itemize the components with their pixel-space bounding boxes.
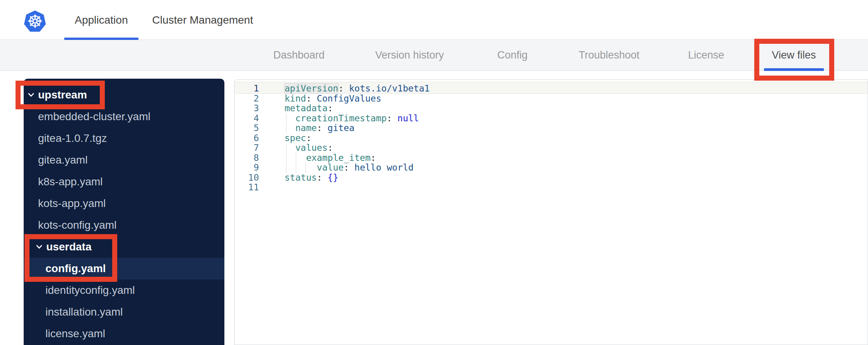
subnav-tab-view-files[interactable]: View files (772, 40, 816, 70)
code-text: name: gitea (285, 123, 354, 133)
line-number: 4 (234, 114, 259, 124)
subnav-tab-dashboard[interactable]: Dashboard (273, 40, 325, 70)
code-line: 10 status: {} (234, 173, 868, 183)
app-subnav: DashboardVersion historyConfigTroublesho… (0, 40, 868, 71)
tree-file-k8s-app-yaml[interactable]: k8s-app.yaml (24, 171, 224, 193)
subnav-tab-label: Troubleshoot (579, 49, 640, 61)
code-text: metadata: (285, 104, 333, 114)
chevron-down-icon (28, 93, 34, 97)
code-line: 9 value: hello world (234, 163, 868, 173)
tab-application[interactable]: Application (75, 0, 128, 40)
subnav-tab-label: Dashboard (273, 49, 325, 61)
app-header: ☸ ApplicationCluster Management (0, 0, 868, 40)
tree-file-kots-config-yaml[interactable]: kots-config.yaml (24, 214, 224, 236)
line-number: 8 (234, 153, 259, 163)
code-line: 11 (234, 183, 868, 193)
tree-file-gitea-1-0-7-tgz[interactable]: gitea-1.0.7.tgz (24, 128, 224, 149)
code-text: value: hello world (285, 163, 413, 173)
code-line: 7 values: (234, 143, 868, 153)
line-number: 10 (234, 173, 259, 183)
line-number: 5 (234, 123, 259, 133)
line-number: 9 (234, 163, 259, 173)
tree-file-embedded-cluster-yaml[interactable]: embedded-cluster.yaml (24, 106, 224, 128)
code-text: kind: ConfigValues (285, 94, 381, 104)
subnav-tab-label: Version history (375, 49, 444, 61)
code-text: spec: (285, 133, 311, 143)
tree-folder-userdata[interactable]: userdata (24, 236, 224, 258)
code-line: 1 apiVersion: kots.io/v1beta1 (234, 84, 868, 94)
code-text: apiVersion: kots.io/v1beta1 (285, 84, 430, 94)
subnav-tab-config[interactable]: Config (497, 40, 528, 70)
code-text: status: {} (285, 173, 339, 183)
tree-folder-upstream[interactable]: upstream (24, 84, 224, 106)
tree-file-identityconfig-yaml[interactable]: identityconfig.yaml (24, 279, 224, 301)
tree-file-config-yaml[interactable]: config.yaml (24, 258, 224, 279)
subnav-tab-troubleshoot[interactable]: Troubleshoot (579, 40, 640, 70)
code-line: 5 name: gitea (234, 123, 868, 133)
tree-file-gitea-yaml[interactable]: gitea.yaml (24, 149, 224, 171)
code-line: 4 creationTimestamp: null (234, 114, 868, 124)
tree-file-license-yaml[interactable]: license.yaml (24, 323, 224, 345)
kubernetes-logo-icon: ☸ (24, 10, 46, 32)
code-line: 3 metadata: (234, 104, 868, 114)
file-tree: upstream embedded-cluster.yaml gitea-1.0… (24, 84, 224, 345)
helm-wheel-glyph: ☸ (27, 12, 43, 30)
subnav-tab-label: Config (497, 49, 528, 61)
code-line: 2 kind: ConfigValues (234, 94, 868, 104)
line-number: 1 (234, 84, 259, 94)
code-text: creationTimestamp: null (285, 114, 419, 124)
tab-label: Cluster Management (152, 14, 253, 26)
line-number: 6 (234, 133, 259, 143)
chevron-down-icon (36, 245, 42, 249)
code-text: values: (285, 143, 333, 153)
subnav-tab-label: License (688, 49, 724, 61)
subnav-tab-version-history[interactable]: Version history (375, 40, 444, 70)
tab-cluster-management[interactable]: Cluster Management (152, 0, 253, 40)
code-line: 8 example_item: (234, 153, 868, 163)
code-line: 6 spec: (234, 133, 868, 143)
file-tree-sidebar: upstream embedded-cluster.yaml gitea-1.0… (24, 79, 224, 345)
subnav-tab-license[interactable]: License (688, 40, 724, 70)
tree-file-kots-app-yaml[interactable]: kots-app.yaml (24, 193, 224, 214)
tab-label: Application (75, 14, 128, 26)
line-number: 7 (234, 143, 259, 153)
code-content: 1 apiVersion: kots.io/v1beta1 2 kind: Co… (234, 84, 868, 193)
line-number: 3 (234, 104, 259, 114)
line-number: 2 (234, 94, 259, 104)
code-text: example_item: (285, 153, 376, 163)
yaml-editor[interactable]: 1 apiVersion: kots.io/v1beta1 2 kind: Co… (234, 79, 868, 345)
tree-file-installation-yaml[interactable]: installation.yaml (24, 301, 224, 323)
subnav-tab-label: View files (772, 49, 816, 61)
line-number: 11 (234, 183, 259, 193)
